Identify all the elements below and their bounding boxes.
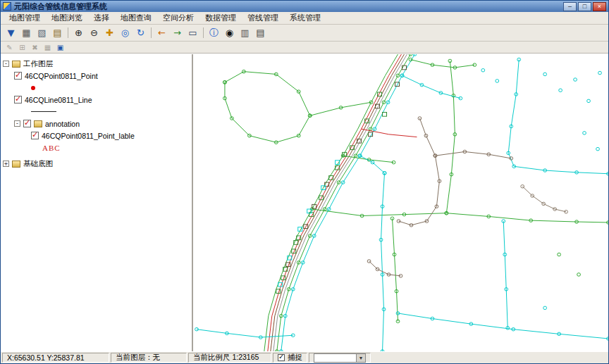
corridor-cyan: [281, 54, 415, 351]
line-layer-legend: [31, 106, 190, 118]
collapse-icon[interactable]: -: [14, 120, 20, 127]
line-layer-checkbox[interactable]: [14, 96, 22, 103]
layers-panel: - 工作图层 46CQPoint0811_Point 46CQLine0811_…: [1, 54, 193, 351]
corridor-gray: [273, 54, 407, 351]
identify-button[interactable]: ⓘ: [207, 26, 221, 40]
snap-label: 捕捉: [288, 353, 302, 363]
cyan-topright-vertical: [508, 60, 608, 174]
abc-symbol: ABC: [42, 144, 61, 152]
print-button[interactable]: ▤: [253, 26, 268, 40]
pan-button[interactable]: ✚: [102, 26, 117, 40]
green-vertical-right: [446, 61, 455, 213]
basemap-icon: [12, 161, 20, 168]
menu-item-0[interactable]: 地图管理: [4, 11, 46, 25]
tree-item-point-layer[interactable]: 46CQPoint0811_Point: [14, 70, 190, 82]
content-area: - 工作图层 46CQPoint0811_Point 46CQLine0811_…: [1, 54, 608, 351]
find-button[interactable]: ◉: [222, 26, 237, 40]
label-layer-label: 46CQPoint0811_Point_lable: [42, 132, 135, 140]
pipe-node-icon: [583, 132, 586, 135]
snap-options-cell: ▾: [309, 353, 371, 363]
select-features-button[interactable]: ▭: [185, 26, 200, 40]
close-button[interactable]: ×: [593, 2, 606, 11]
pipe-node-icon: [543, 73, 547, 76]
collapse-icon[interactable]: -: [3, 61, 9, 67]
save-edits-button[interactable]: ▣: [54, 42, 66, 53]
import-data-button[interactable]: ▼: [4, 26, 18, 40]
menu-item-3[interactable]: 地图查询: [115, 11, 157, 25]
snap-mode-dropdown[interactable]: ▾: [314, 353, 366, 363]
add-vertex-button: ⊞: [16, 42, 28, 53]
pipe-node-icon: [397, 220, 400, 223]
next-view-button[interactable]: →: [170, 26, 185, 40]
menu-item-1[interactable]: 地图浏览: [46, 11, 88, 25]
chevron-down-icon[interactable]: ▾: [356, 354, 365, 362]
tree-item-label-layer[interactable]: 46CQPoint0811_Point_lable: [31, 130, 190, 142]
scale-readout: 当前比例尺 1:23165: [188, 353, 271, 363]
pipe-node-icon: [587, 99, 591, 103]
main-toolbar: ▼▦▧▤⊕⊖✚◎↻←→▭ⓘ◉▥▤: [1, 25, 608, 42]
green-top-branch: [410, 60, 474, 68]
open-project-button[interactable]: ▤: [50, 26, 65, 40]
app-window: 元阳综合管线信息管理系统 – □ × 地图管理地图浏览选择地图查询空间分析数据管…: [0, 0, 609, 364]
copy-map-button[interactable]: ▧: [35, 26, 49, 40]
line-layer-label: 46CQLine0811_Line: [25, 96, 92, 104]
corridor-green-right: [277, 54, 411, 351]
point-layer-checkbox[interactable]: [14, 72, 22, 80]
cyan-right-vertical: [503, 221, 508, 328]
annotation-checkbox[interactable]: [23, 120, 31, 127]
app-icon: [3, 2, 11, 11]
green-vertical-bottom: [393, 218, 398, 321]
annotation-icon: [34, 120, 42, 127]
expand-icon[interactable]: +: [3, 161, 9, 167]
cyan-bottomright-diagonal: [398, 313, 608, 339]
tree-group-annotation[interactable]: - annotation: [14, 118, 190, 130]
tree-root-basemap[interactable]: + 基础底图: [3, 158, 190, 170]
point-layer-legend: [31, 82, 190, 94]
coordinates-readout: X:65630.51 Y:25837.81: [2, 353, 109, 363]
snap-cell: 捕捉: [273, 353, 307, 363]
tree-item-line-layer[interactable]: 46CQLine0811_Line: [14, 94, 190, 106]
brown-chain-bottom: [369, 261, 401, 276]
menu-item-6[interactable]: 管线管理: [242, 11, 284, 25]
edit-sketch-button: ✎: [4, 42, 16, 53]
label-layer-checkbox[interactable]: [31, 132, 39, 139]
current-layer-readout: 当前图层：无: [111, 353, 187, 363]
snap-checkbox[interactable]: [278, 354, 285, 361]
green-loop-topleft: [225, 72, 310, 143]
pipe-node-icon: [577, 273, 581, 277]
menu-item-7[interactable]: 系统管理: [284, 11, 326, 25]
brown-branch-right: [435, 151, 511, 158]
tree-root-work-layers[interactable]: - 工作图层: [3, 58, 190, 70]
pipe-node-icon: [558, 253, 561, 256]
zoom-out-button[interactable]: ⊖: [87, 26, 102, 40]
brown-loop: [399, 118, 440, 225]
cyan-bottomleft: [197, 330, 293, 337]
map-svg: [193, 54, 608, 351]
menu-item-5[interactable]: 数据管理: [199, 11, 242, 25]
pipe-node-icon: [418, 117, 422, 120]
save-map-button[interactable]: ▦: [19, 26, 34, 40]
window-title: 元阳综合管线信息管理系统: [14, 1, 560, 12]
full-extent-button[interactable]: ◎: [118, 26, 133, 40]
menu-bar: 地图管理地图浏览选择地图查询空间分析数据管理管线管理系统管理: [1, 12, 608, 25]
pipe-node-icon: [559, 89, 562, 92]
minimize-button[interactable]: –: [563, 2, 577, 11]
pipe-node-icon: [598, 71, 602, 75]
menu-item-4[interactable]: 空间分析: [157, 11, 199, 25]
pipe-node-icon: [596, 147, 600, 151]
menu-item-2[interactable]: 选择: [88, 11, 115, 25]
zoom-in-button[interactable]: ⊕: [71, 26, 86, 40]
corridor-green-left: [264, 54, 398, 351]
point-layer-label: 46CQPoint0811_Point: [25, 72, 98, 80]
refresh-button[interactable]: ↻: [133, 26, 148, 40]
map-canvas[interactable]: [193, 54, 608, 351]
pipe-node-icon: [574, 78, 577, 82]
statusbar-filler: [371, 352, 608, 363]
edit-toolbar: ✎⊞✖▦▣: [1, 42, 608, 54]
maximize-button[interactable]: □: [578, 2, 591, 11]
layers-group-icon: [12, 61, 20, 68]
toolbar-separator: [68, 27, 68, 38]
toolbar-separator: [203, 27, 204, 38]
previous-view-button[interactable]: ←: [154, 26, 169, 40]
measure-button[interactable]: ▥: [238, 26, 252, 40]
